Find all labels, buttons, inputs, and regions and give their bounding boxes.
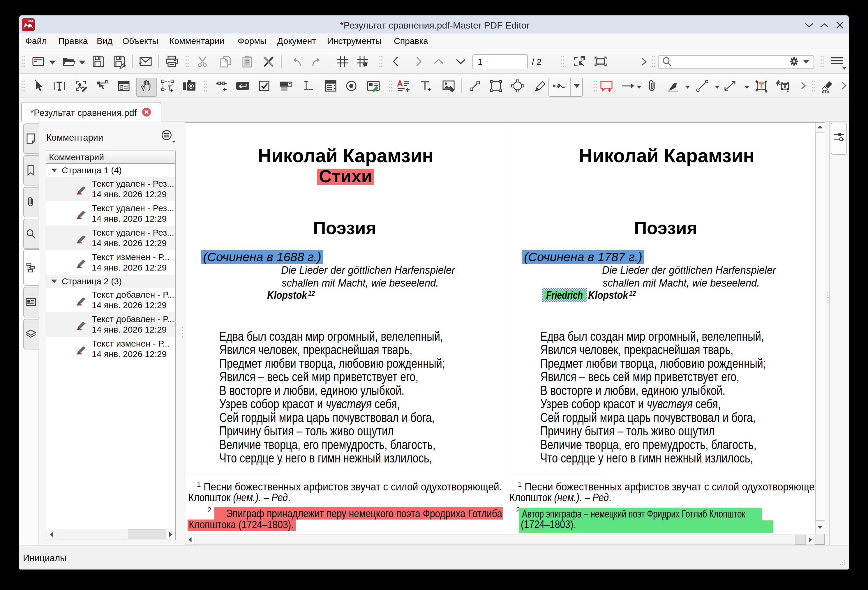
svg-text:PDF: PDF xyxy=(28,20,34,23)
